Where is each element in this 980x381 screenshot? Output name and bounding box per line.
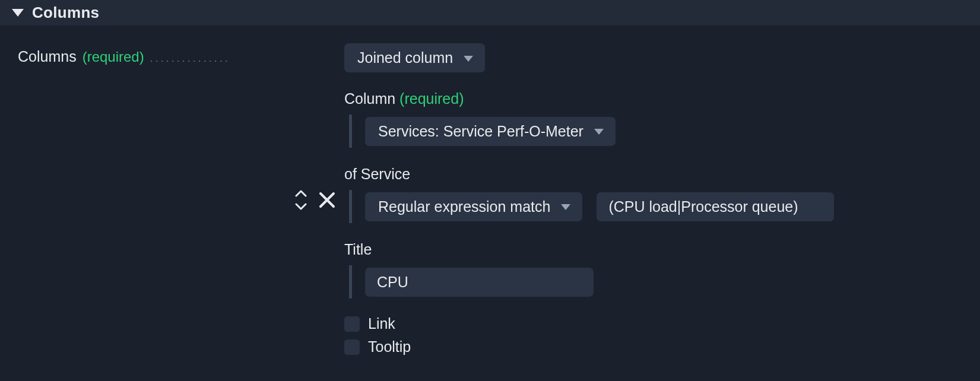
- column-field-label: Column (required): [344, 90, 968, 107]
- label-dots: ...............: [150, 49, 276, 65]
- of-service-label: of Service: [344, 166, 968, 183]
- chevron-down-icon: [594, 129, 604, 135]
- column-type-value: Joined column: [357, 49, 453, 66]
- column-label-text: Column: [344, 90, 395, 107]
- tooltip-checkbox-label: Tooltip: [368, 338, 411, 355]
- column-source-select[interactable]: Services: Service Perf-O-Meter: [365, 117, 616, 146]
- link-checkbox[interactable]: [344, 316, 360, 332]
- title-label: Title: [344, 241, 968, 258]
- collapse-triangle-icon: [12, 9, 24, 17]
- of-service-pattern-input[interactable]: [597, 192, 834, 221]
- required-tag: (required): [399, 90, 464, 107]
- reorder-handle-icon[interactable]: [294, 189, 307, 211]
- section-title: Columns: [32, 4, 99, 22]
- chevron-down-icon: [464, 56, 473, 62]
- column-type-select[interactable]: Joined column: [344, 43, 485, 72]
- of-service-mode-select[interactable]: Regular expression match: [365, 192, 582, 221]
- section-header[interactable]: Columns: [0, 0, 980, 26]
- delete-icon[interactable]: [318, 191, 336, 209]
- tooltip-checkbox[interactable]: [344, 339, 360, 355]
- column-source-value: Services: Service Perf-O-Meter: [378, 123, 583, 140]
- columns-label-text: Columns: [18, 48, 77, 65]
- required-tag: (required): [83, 49, 144, 65]
- chevron-down-icon: [561, 204, 570, 210]
- field-group-label: Columns (required) ...............: [18, 43, 276, 65]
- link-checkbox-label: Link: [368, 315, 395, 332]
- of-service-mode-value: Regular expression match: [378, 198, 550, 215]
- title-input[interactable]: [365, 268, 594, 297]
